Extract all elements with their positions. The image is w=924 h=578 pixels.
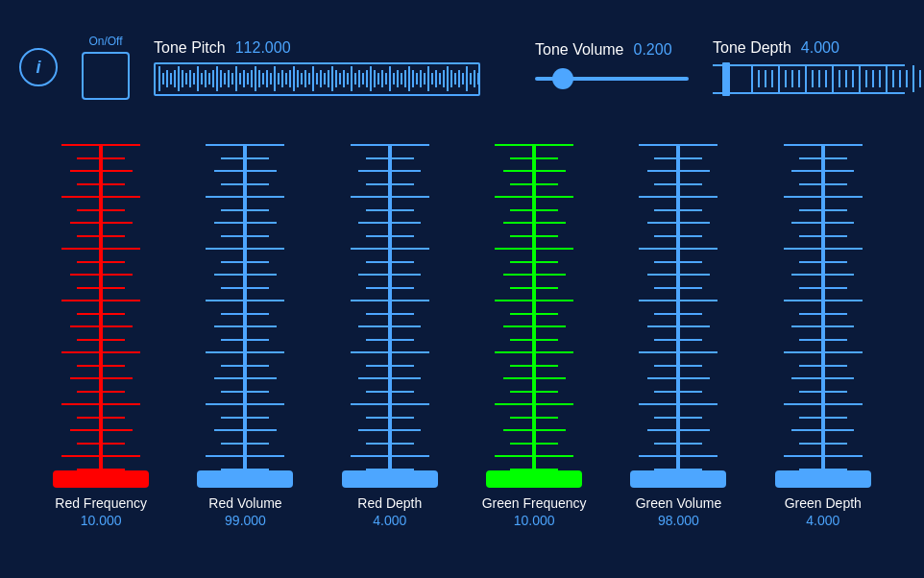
- col-label-green-volume: Green Volume: [636, 495, 722, 511]
- tick-red-frequency-16: [61, 351, 140, 353]
- meter-green-frequency: [486, 144, 582, 470]
- on-off-button[interactable]: [82, 52, 130, 100]
- ticks-green-volume: [630, 144, 726, 470]
- tick-green-volume-19: [654, 391, 702, 393]
- tick-green-volume-9: [654, 261, 702, 263]
- tick-green-volume-24: [639, 455, 717, 457]
- tick-green-frequency-5: [510, 209, 558, 211]
- tick-green-frequency-21: [510, 417, 558, 419]
- column-green-volume[interactable]: Green Volume98.000: [616, 144, 741, 528]
- ticks-green-frequency: [486, 144, 582, 470]
- tick-red-depth-7: [366, 235, 414, 237]
- tick-green-depth-7: [799, 235, 847, 237]
- tick-green-frequency-6: [503, 222, 566, 224]
- tick-red-depth-18: [358, 377, 421, 379]
- header: i On/Off Tone Pitch 112.000 Tone Volume …: [0, 0, 924, 125]
- col-value-green-depth: 4.000: [806, 513, 839, 528]
- tick-green-depth-15: [799, 339, 847, 341]
- tick-red-frequency-4: [61, 196, 140, 198]
- tick-green-frequency-22: [503, 429, 566, 431]
- tick-green-frequency-17: [510, 365, 558, 367]
- tick-red-volume-15: [221, 339, 269, 341]
- tick-green-volume-14: [647, 325, 710, 327]
- tick-red-volume-11: [221, 287, 269, 289]
- column-red-frequency[interactable]: Red Frequency10.000: [38, 144, 163, 528]
- meter-base-green-frequency: [486, 470, 582, 488]
- tick-red-depth-1: [366, 157, 414, 159]
- tick-red-depth-25: [366, 469, 414, 470]
- tick-red-frequency-14: [70, 325, 133, 327]
- tick-red-frequency-12: [61, 300, 140, 301]
- tick-red-frequency-23: [77, 443, 125, 445]
- depth-bottom-line: [713, 92, 905, 94]
- tick-green-depth-2: [791, 170, 854, 172]
- columns-area: Red Frequency10.000Red Volume99.000Red D…: [0, 125, 924, 528]
- tick-green-frequency-16: [495, 351, 573, 353]
- tick-green-depth-8: [784, 248, 863, 250]
- depth-ticks-area: [751, 66, 905, 92]
- tick-green-frequency-3: [510, 183, 558, 185]
- tick-red-frequency-19: [77, 391, 125, 393]
- column-green-frequency[interactable]: Green Frequency10.000: [472, 144, 596, 528]
- tone-pitch-slider[interactable]: [154, 62, 480, 96]
- tick-red-frequency-5: [77, 209, 125, 211]
- column-green-depth[interactable]: Green Depth4.000: [761, 144, 886, 528]
- tick-red-frequency-22: [70, 429, 133, 431]
- tick-green-frequency-15: [510, 339, 558, 341]
- tone-volume-slider[interactable]: [535, 64, 689, 93]
- tick-red-depth-3: [366, 183, 414, 185]
- tick-green-depth-9: [799, 261, 847, 263]
- col-value-green-frequency: 10.000: [514, 513, 555, 528]
- meter-red-volume: [197, 144, 293, 470]
- tick-red-depth-12: [351, 300, 429, 301]
- tick-red-depth-24: [351, 455, 429, 457]
- tick-red-depth-6: [358, 222, 421, 224]
- tick-red-depth-20: [351, 403, 429, 405]
- on-off-section: On/Off: [82, 35, 130, 100]
- tick-green-volume-2: [647, 170, 710, 172]
- tick-red-volume-12: [206, 300, 284, 301]
- on-off-label: On/Off: [88, 35, 122, 48]
- tone-volume-value: 0.200: [634, 41, 672, 59]
- tick-red-frequency-17: [77, 365, 125, 367]
- tick-green-volume-13: [654, 313, 702, 315]
- tick-red-volume-9: [221, 261, 269, 263]
- tick-red-volume-6: [214, 222, 277, 224]
- tick-green-frequency-4: [495, 196, 573, 198]
- tick-red-volume-19: [221, 391, 269, 393]
- tick-red-frequency-2: [70, 170, 133, 172]
- tick-red-volume-17: [221, 365, 269, 367]
- tick-red-volume-25: [221, 469, 269, 470]
- volume-thumb[interactable]: [552, 68, 573, 89]
- tick-green-volume-11: [654, 287, 702, 289]
- depth-thumb[interactable]: [722, 62, 730, 96]
- tick-red-frequency-24: [61, 455, 140, 457]
- info-icon[interactable]: i: [19, 48, 58, 86]
- meter-red-depth: [342, 144, 438, 470]
- col-value-red-depth: 4.000: [373, 513, 406, 528]
- tone-pitch-label: Tone Pitch: [154, 39, 226, 57]
- tick-green-depth-12: [784, 300, 863, 301]
- tone-depth-slider[interactable]: [713, 62, 905, 96]
- ticks-red-frequency: [53, 144, 149, 470]
- tick-red-volume-21: [221, 417, 269, 419]
- tick-green-frequency-25: [510, 469, 558, 470]
- tick-red-volume-22: [214, 429, 277, 431]
- tick-red-volume-4: [206, 196, 284, 198]
- tick-green-depth-23: [799, 443, 847, 445]
- meter-base-red-frequency: [53, 470, 149, 488]
- tone-pitch-value: 112.000: [235, 39, 291, 57]
- column-red-depth[interactable]: Red Depth4.000: [328, 144, 452, 528]
- tick-red-depth-17: [366, 365, 414, 367]
- tick-red-frequency-20: [61, 403, 140, 405]
- meter-green-depth: [775, 144, 871, 470]
- tick-red-volume-13: [221, 313, 269, 315]
- col-value-green-volume: 98.000: [658, 513, 699, 528]
- tick-red-depth-10: [358, 274, 421, 276]
- tick-red-volume-3: [221, 183, 269, 185]
- tick-green-volume-15: [654, 339, 702, 341]
- col-label-red-depth: Red Depth: [357, 495, 422, 511]
- tick-green-volume-23: [654, 443, 702, 445]
- tick-red-volume-23: [221, 443, 269, 445]
- column-red-volume[interactable]: Red Volume99.000: [182, 144, 307, 528]
